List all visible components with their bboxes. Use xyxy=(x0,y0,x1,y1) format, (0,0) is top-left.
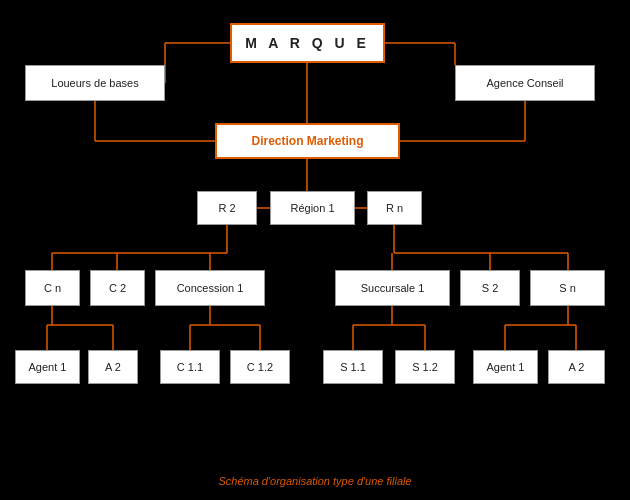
s11-label: S 1.1 xyxy=(340,361,366,373)
cn-box: C n xyxy=(25,270,80,306)
c12-box: C 1.2 xyxy=(230,350,290,384)
region1-label: Région 1 xyxy=(290,202,334,214)
direction-box: Direction Marketing xyxy=(215,123,400,159)
c11-label: C 1.1 xyxy=(177,361,203,373)
concession1-label: Concession 1 xyxy=(177,282,244,294)
c2-label: C 2 xyxy=(109,282,126,294)
s12-box: S 1.2 xyxy=(395,350,455,384)
a2a-label: A 2 xyxy=(105,361,121,373)
region1-box: Région 1 xyxy=(270,191,355,225)
cn-label: C n xyxy=(44,282,61,294)
a2b-box: A 2 xyxy=(548,350,605,384)
loueurs-label: Loueurs de bases xyxy=(51,77,138,89)
r2-label: R 2 xyxy=(218,202,235,214)
agence-box: Agence Conseil xyxy=(455,65,595,101)
agent1a-label: Agent 1 xyxy=(29,361,67,373)
marque-box: M A R Q U E xyxy=(230,23,385,63)
sn-box: S n xyxy=(530,270,605,306)
loueurs-box: Loueurs de bases xyxy=(25,65,165,101)
rn-label: R n xyxy=(386,202,403,214)
c2-box: C 2 xyxy=(90,270,145,306)
succursale1-box: Succursale 1 xyxy=(335,270,450,306)
rn-box: R n xyxy=(367,191,422,225)
s11-box: S 1.1 xyxy=(323,350,383,384)
direction-label: Direction Marketing xyxy=(251,134,363,148)
caption: Schéma d'organisation type d'une filiale xyxy=(218,475,411,487)
c12-label: C 1.2 xyxy=(247,361,273,373)
s2-box: S 2 xyxy=(460,270,520,306)
c11-box: C 1.1 xyxy=(160,350,220,384)
a2a-box: A 2 xyxy=(88,350,138,384)
a2b-label: A 2 xyxy=(569,361,585,373)
r2-box: R 2 xyxy=(197,191,257,225)
s2-label: S 2 xyxy=(482,282,499,294)
succursale1-label: Succursale 1 xyxy=(361,282,425,294)
agent1b-box: Agent 1 xyxy=(473,350,538,384)
agence-label: Agence Conseil xyxy=(486,77,563,89)
agent1b-label: Agent 1 xyxy=(487,361,525,373)
s12-label: S 1.2 xyxy=(412,361,438,373)
marque-label: M A R Q U E xyxy=(245,35,370,51)
org-chart-diagram: M A R Q U E Loueurs de bases Agence Cons… xyxy=(5,5,625,495)
sn-label: S n xyxy=(559,282,576,294)
agent1a-box: Agent 1 xyxy=(15,350,80,384)
concession1-box: Concession 1 xyxy=(155,270,265,306)
